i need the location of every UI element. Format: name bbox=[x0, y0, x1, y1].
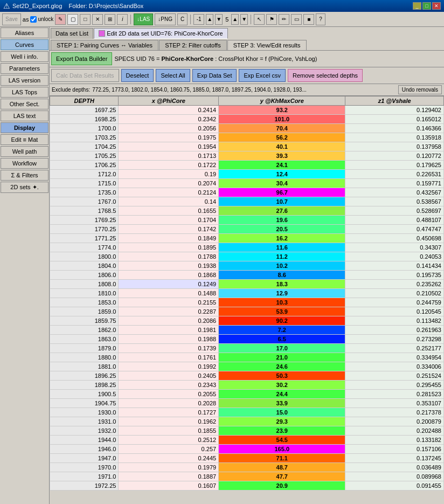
export-builder-button[interactable]: Export Data Builder bbox=[51, 52, 112, 65]
minus1-btn[interactable]: -1 bbox=[193, 14, 204, 25]
table-row[interactable]: 1853.00.215510.30.244759 bbox=[50, 298, 444, 307]
table-row[interactable]: 1944.00.251254.50.133182 bbox=[50, 436, 444, 445]
cell-kh: 165.0 bbox=[219, 445, 345, 454]
table-row[interactable]: 1769.250.170419.60.488107 bbox=[50, 216, 444, 225]
spin2-down[interactable]: ▼ bbox=[240, 14, 248, 25]
sidebar-item-las-text[interactable]: LAS text bbox=[1, 111, 48, 121]
sidebar-item-well-info[interactable]: Well i info. bbox=[1, 51, 48, 62]
sidebar-item-other-sect[interactable]: Other Sect. bbox=[1, 99, 48, 109]
select-all-button[interactable]: Select All bbox=[156, 69, 190, 82]
table-row[interactable]: 1881.00.199224.60.334006 bbox=[50, 362, 444, 371]
table-row[interactable]: 1880.00.176121.00.334954 bbox=[50, 353, 444, 362]
tab-dataset-list[interactable]: Data set List bbox=[51, 28, 93, 39]
pencil-btn[interactable]: ✏ bbox=[279, 14, 289, 25]
minimize-button[interactable]: _ bbox=[413, 2, 421, 10]
table-row[interactable]: 1972.250.160720.90.091455 bbox=[50, 481, 444, 491]
deselect-button[interactable]: Deselect bbox=[121, 69, 154, 82]
remove-depths-button[interactable]: Remove selected depths bbox=[288, 69, 363, 82]
sidebar-item-curves[interactable]: Curves bbox=[1, 39, 48, 50]
table-row[interactable]: 1774.00.189511.60.34307 bbox=[50, 243, 444, 252]
table-row[interactable]: 1898.250.234330.20.295455 bbox=[50, 381, 444, 390]
table-row[interactable]: 1698.250.2342101.00.165012 bbox=[50, 115, 444, 124]
save-button[interactable]: Save bbox=[2, 13, 21, 25]
table-row[interactable]: 1806.00.18688.60.195735 bbox=[50, 271, 444, 280]
sidebar-item-display[interactable]: Display bbox=[1, 122, 48, 133]
table-row[interactable]: 1930.00.172715.00.217378 bbox=[50, 408, 444, 417]
grid-btn[interactable]: ⊞ bbox=[105, 14, 115, 25]
table-row[interactable]: 1932.00.185523.90.202488 bbox=[50, 426, 444, 436]
data-table-container[interactable]: DEPTH x @PhiCore y @KhMaxCore z1 @Vshale… bbox=[50, 96, 444, 504]
table-row[interactable]: 1900.50.205524.40.281523 bbox=[50, 390, 444, 399]
table-row[interactable]: 1859.750.208690.20.113482 bbox=[50, 316, 444, 326]
table-row[interactable]: 1770.250.174220.50.474747 bbox=[50, 225, 444, 234]
tab-color-indicator bbox=[99, 30, 105, 37]
exp-excel-button[interactable]: Exp Excel csv bbox=[239, 69, 285, 82]
spin-up[interactable]: ▲ bbox=[206, 14, 213, 25]
undo-button[interactable]: Undo removals bbox=[398, 85, 442, 94]
sidebar-item-las-tops[interactable]: LAS Tops bbox=[1, 87, 48, 98]
flag-btn[interactable]: ⚑ bbox=[266, 14, 277, 25]
table-row[interactable]: 1712.00.1912.40.226531 bbox=[50, 170, 444, 179]
exp-data-set-button[interactable]: Exp Data Set bbox=[192, 69, 237, 82]
table-row[interactable]: 1859.00.228753.90.120545 bbox=[50, 307, 444, 316]
png-button[interactable]: ↓PNG bbox=[155, 13, 176, 25]
table-row[interactable]: 1703.250.197556.20.135918 bbox=[50, 133, 444, 142]
square-btn[interactable]: □ bbox=[80, 14, 91, 25]
calc-results-button[interactable]: Calc Data Set Results bbox=[51, 69, 119, 82]
sidebar-item-workflow[interactable]: Workflow bbox=[1, 158, 48, 169]
close-button[interactable]: ✕ bbox=[432, 2, 441, 10]
sidebar-item-aliases[interactable]: Aliases bbox=[1, 27, 48, 38]
table-row[interactable]: 1947.00.244571.10.137245 bbox=[50, 454, 444, 463]
las-button[interactable]: ↓LAS bbox=[134, 13, 153, 25]
sidebar-item-edit-mat[interactable]: Edit ≡ Mat bbox=[1, 134, 48, 145]
tab-edit-2d[interactable]: Edit 2D data set UID=76: PhiCore-KhorCor… bbox=[94, 28, 228, 39]
table-row[interactable]: 1970.00.197948.70.036489 bbox=[50, 463, 444, 472]
table-row[interactable]: 1946.00.257165.00.157106 bbox=[50, 445, 444, 454]
cell-phi: 0.1727 bbox=[119, 408, 219, 417]
help-button[interactable]: ? bbox=[316, 13, 325, 25]
info-btn[interactable]: i bbox=[117, 14, 128, 25]
cursor-btn[interactable]: ↖ bbox=[254, 14, 265, 25]
toolbar: Save as unlock ✎ ▢ □ ✕ ⊞ i ↓LAS ↓PNG C -… bbox=[0, 12, 444, 27]
table-row[interactable]: 1863.00.19886.50.273298 bbox=[50, 335, 444, 344]
rect-btn[interactable]: ▭ bbox=[291, 14, 302, 25]
spin-down[interactable]: ▼ bbox=[215, 14, 223, 25]
cell-phi: 0.2342 bbox=[119, 115, 219, 124]
table-row[interactable]: 1700.00.205670.40.146366 bbox=[50, 124, 444, 133]
table-row[interactable]: 1768.50.165527.60.528697 bbox=[50, 206, 444, 216]
table-row[interactable]: 1931.00.196229.30.200879 bbox=[50, 417, 444, 426]
draw-btn[interactable]: ✎ bbox=[55, 14, 66, 25]
table-row[interactable]: 1971.00.188747.70.089968 bbox=[50, 472, 444, 481]
table-row[interactable]: 1705.250.171339.30.120772 bbox=[50, 151, 444, 161]
sidebar-item-sum-filters[interactable]: Σ & Filters bbox=[1, 170, 48, 181]
stop-btn[interactable]: ■ bbox=[303, 14, 314, 25]
table-row[interactable]: 1896.250.240550.30.251524 bbox=[50, 371, 444, 381]
sidebar-item-2d-sets[interactable]: 2D sets ✦. bbox=[1, 182, 48, 193]
sidebar-item-las-version[interactable]: LAS version bbox=[1, 75, 48, 86]
table-row[interactable]: 1697.250.241493.20.129402 bbox=[50, 106, 444, 115]
table-row[interactable]: 1715.00.207430.40.159771 bbox=[50, 179, 444, 188]
table-row[interactable]: 1804.00.193810.20.141434 bbox=[50, 261, 444, 271]
table-row[interactable]: 1862.00.19817.20.261963 bbox=[50, 326, 444, 335]
table-row[interactable]: 1808.00.124918.30.235262 bbox=[50, 280, 444, 289]
c-button[interactable]: C bbox=[177, 13, 188, 25]
table-row[interactable]: 1800.00.178811.20.24053 bbox=[50, 252, 444, 261]
step-tab-1[interactable]: STEP 1: Pairing Curves ↔ Variables bbox=[51, 40, 158, 50]
x-btn[interactable]: ✕ bbox=[92, 14, 103, 25]
spin2-up[interactable]: ▲ bbox=[231, 14, 239, 25]
step-tab-3[interactable]: STEP 3: View/Edit results bbox=[227, 40, 307, 50]
table-row[interactable]: 1767.00.1410.70.538567 bbox=[50, 197, 444, 206]
table-row[interactable]: 1704.250.195440.10.137958 bbox=[50, 142, 444, 151]
table-row[interactable]: 1810.00.148812.90.210502 bbox=[50, 289, 444, 298]
table-row[interactable]: 1706.250.172224.10.179625 bbox=[50, 161, 444, 170]
table-row[interactable]: 1771.250.184916.20.450698 bbox=[50, 234, 444, 243]
maximize-button[interactable]: □ bbox=[422, 2, 431, 10]
table-row[interactable]: 1879.00.173917.00.252177 bbox=[50, 344, 444, 353]
step-tab-2[interactable]: STEP 2: Filter cutoffs bbox=[159, 40, 227, 50]
color-btn[interactable]: ▢ bbox=[67, 14, 78, 25]
table-row[interactable]: 1904.750.202833.90.353107 bbox=[50, 399, 444, 408]
unlock-checkbox[interactable]: unlock bbox=[30, 16, 53, 23]
table-row[interactable]: 1735.00.212496.70.432567 bbox=[50, 188, 444, 197]
sidebar-item-well-path[interactable]: Well path bbox=[1, 146, 48, 157]
sidebar-item-parameters[interactable]: Parameters bbox=[1, 63, 48, 74]
